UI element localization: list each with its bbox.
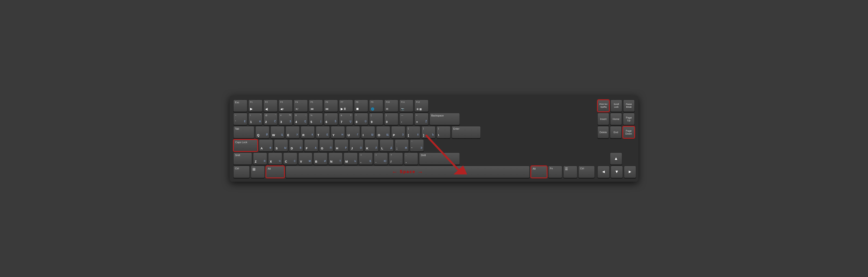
key-pause[interactable]: Pause Break [623,100,634,112]
key-page-up[interactable]: PageUp [623,113,634,125]
key-3[interactable]: # № 3 З [279,113,292,125]
key-minus[interactable]: — - [399,113,413,125]
key-lbracket[interactable]: { [ Х [406,126,420,138]
keyboard-wrapper: Esc F1 ▶ F2 ◀| F3 ◀+ F4 ✕/ F5 ⏮ [230,96,638,182]
key-c[interactable]: C С [283,153,297,165]
key-h[interactable]: H Р [334,139,348,151]
key-semicolon[interactable]: : ; Ж [395,139,409,151]
asdf-row: Caps Lock A Ф S Ы [234,139,595,151]
nav-arrows-top: ▲ [597,153,634,165]
key-v[interactable]: V М [299,153,312,165]
key-f7[interactable]: F7 ▶⏸ [339,100,353,112]
key-6[interactable]: ^ 6 Š [324,113,338,125]
key-enter[interactable]: Enter [452,126,481,138]
key-arrow-left[interactable]: ◄ [597,166,610,178]
key-f4[interactable]: F4 ✕/ [294,100,308,112]
key-end[interactable]: End [610,126,621,138]
key-e[interactable]: E У [286,126,300,138]
nav-arrows-bottom: ◄ ▼ ► [597,166,634,178]
key-s[interactable]: S Ы [274,139,288,151]
key-caps-lock[interactable]: Caps Lock [234,139,258,151]
key-menu[interactable]: ☰ [563,166,577,178]
f-row: Esc F1 ▶ F2 ◀| F3 ◀+ F4 ✕/ F5 ⏮ [234,100,595,112]
key-backspace[interactable]: Backspace [430,113,460,125]
key-u[interactable]: U Г [346,126,360,138]
key-m[interactable]: M Ь [344,153,358,165]
key-slash[interactable]: ? / . [389,153,403,165]
key-fn[interactable]: Fn [548,166,562,178]
key-backtick[interactable]: ~ ` Ё [234,113,247,125]
key-f3[interactable]: F3 ◀+ [279,100,292,112]
key-8[interactable]: * 8 Ū [354,113,368,125]
key-alt-left[interactable]: Alt [266,166,284,178]
key-f11[interactable]: F11 📷 [399,100,413,112]
key-9[interactable]: ( 9 [369,113,383,125]
key-rbracket[interactable]: } ] Ъ [422,126,435,138]
key-alt-right[interactable]: Alt [531,166,547,178]
nav-spacer-right [623,153,635,165]
key-a[interactable]: A Ф [259,139,273,151]
key-z[interactable]: Z Я [253,153,267,165]
key-arrow-right[interactable]: ► [624,166,636,178]
key-comma[interactable]: < , Б [359,153,373,165]
key-i[interactable]: I Ш [361,126,375,138]
key-space[interactable]: ← Space → [286,166,530,178]
key-ctrl-right[interactable]: Ctrl [579,166,595,178]
nav-cluster: Print Scr SysRq Scroll Lock Pause Break … [597,100,634,178]
key-f9[interactable]: F9 🌐 [369,100,383,112]
key-0[interactable]: ) 0 [384,113,398,125]
key-2[interactable]: @ " 2 Č [264,113,278,125]
key-print-screen[interactable]: Print Scr SysRq [597,100,609,112]
nav-spacer [597,139,634,151]
key-f12[interactable]: F12 🖥 ▦ [414,100,428,112]
key-w[interactable]: W Ц [271,126,284,138]
key-delete[interactable]: Delete [597,126,609,138]
key-f5[interactable]: F5 ⏮ [309,100,323,112]
key-extra[interactable]: , , [404,153,418,165]
key-l[interactable]: L Д [380,139,394,151]
key-quote[interactable]: " ' Э [410,139,424,151]
key-home[interactable]: Home [610,113,622,125]
key-period[interactable]: > . Ю [374,153,388,165]
key-k[interactable]: K Л [365,139,378,151]
key-win[interactable]: ⊞ [251,166,265,178]
key-g[interactable]: G П [319,139,333,151]
zxcv-row: Shift Z Я X Ч [234,153,595,165]
key-x[interactable]: X Ч [268,153,282,165]
key-tab[interactable]: Tab [234,126,254,138]
key-f10[interactable]: F10 ✉ [384,100,398,112]
key-backslash[interactable]: | \ [437,126,451,138]
key-p[interactable]: P З [391,126,405,138]
key-b[interactable]: B И [313,153,328,165]
key-equals[interactable]: + = Ž [414,113,428,125]
key-f1[interactable]: F1 ▶ [248,100,262,112]
nav-ins-home-pgup: Insert Home PageUp [597,113,634,125]
key-r[interactable]: R К [301,126,315,138]
key-arrow-down[interactable]: ▼ [611,166,623,178]
key-f6[interactable]: F6 ⏭ [324,100,338,112]
key-7[interactable]: & ? 7 Ų [339,113,353,125]
key-5[interactable]: % 5 Į [309,113,323,125]
key-insert[interactable]: Insert [597,113,609,125]
bottom-row: Ctrl ⊞ Alt ← Space → Alt Fn [234,166,595,178]
key-y[interactable]: Y Н [331,126,345,138]
key-o[interactable]: O Щ [376,126,390,138]
key-shift-left[interactable]: Shift [234,153,252,165]
key-n[interactable]: N Т [329,153,342,165]
key-t[interactable]: T Е [316,126,330,138]
nav-spacer-left [597,153,609,165]
key-page-down[interactable]: PageDown [623,126,634,138]
key-f8[interactable]: F8 ⏹ [354,100,368,112]
key-f2[interactable]: F2 ◀| [264,100,278,112]
key-1[interactable]: ! " 1 А [248,113,262,125]
key-esc[interactable]: Esc [234,100,247,112]
key-arrow-up[interactable]: ▲ [610,153,622,165]
key-4[interactable]: $ ; 4 Ę [294,113,308,125]
key-d[interactable]: D В [289,139,303,151]
key-ctrl-left[interactable]: Ctrl [234,166,250,178]
key-scroll-lock[interactable]: Scroll Lock [611,100,622,112]
key-shift-right[interactable]: Shift [419,153,460,165]
key-j[interactable]: J О [349,139,364,151]
key-f[interactable]: F А [304,139,318,151]
key-q[interactable]: Q Й [255,126,269,138]
